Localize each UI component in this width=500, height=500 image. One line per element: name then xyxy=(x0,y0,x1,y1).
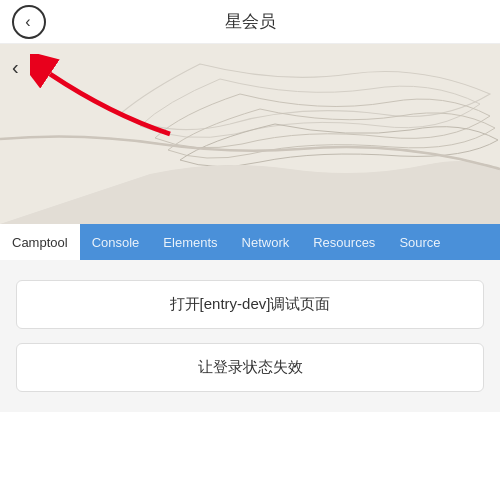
tab-console-label: Console xyxy=(92,235,140,250)
map-back-button[interactable]: ‹ xyxy=(12,56,19,79)
tab-elements-label: Elements xyxy=(163,235,217,250)
tab-console[interactable]: Console xyxy=(80,224,152,260)
invalidate-login-label: 让登录状态失效 xyxy=(198,358,303,375)
chevron-left-icon: ‹ xyxy=(25,14,30,30)
tab-network[interactable]: Network xyxy=(230,224,302,260)
topo-map-svg xyxy=(0,44,500,224)
page-title: 星会员 xyxy=(225,10,276,33)
tab-network-label: Network xyxy=(242,235,290,250)
tab-resources[interactable]: Resources xyxy=(301,224,387,260)
invalidate-login-button[interactable]: 让登录状态失效 xyxy=(16,343,484,392)
tab-sources-label: Source xyxy=(399,235,440,250)
tab-elements[interactable]: Elements xyxy=(151,224,229,260)
tab-camptool[interactable]: Camptool xyxy=(0,224,80,260)
content-area: 打开[entry-dev]调试页面 让登录状态失效 xyxy=(0,260,500,412)
open-entry-dev-label: 打开[entry-dev]调试页面 xyxy=(170,295,331,312)
tab-camptool-label: Camptool xyxy=(12,235,68,250)
map-area: ‹ xyxy=(0,44,500,224)
map-chevron-left-icon: ‹ xyxy=(12,56,19,78)
devtools-tab-bar: Camptool Console Elements Network Resour… xyxy=(0,224,500,260)
tab-sources[interactable]: Source xyxy=(387,224,452,260)
back-button-circle[interactable]: ‹ xyxy=(12,5,46,39)
tab-resources-label: Resources xyxy=(313,235,375,250)
open-entry-dev-button[interactable]: 打开[entry-dev]调试页面 xyxy=(16,280,484,329)
top-navigation-bar: ‹ 星会员 xyxy=(0,0,500,44)
